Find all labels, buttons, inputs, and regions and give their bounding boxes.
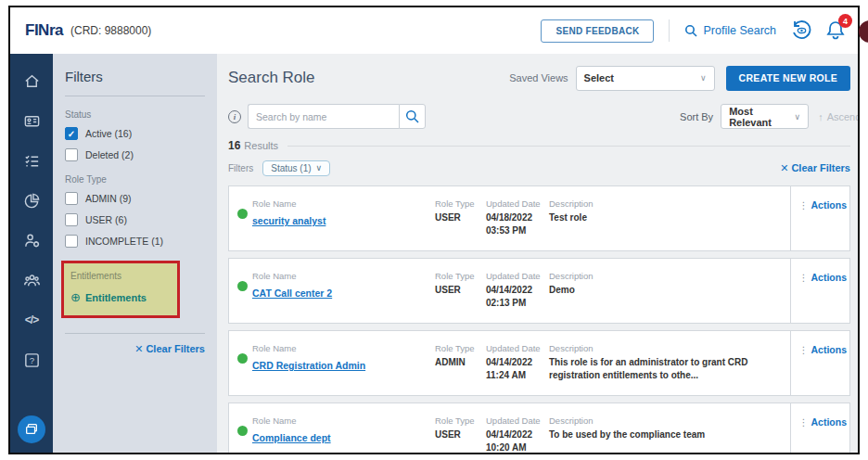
entitlements-add-link[interactable]: ⊕ Entitlements bbox=[70, 290, 172, 304]
role-type-value: USER bbox=[435, 428, 487, 441]
role-result-card: Role Name Compliance dept Role Type USER… bbox=[228, 402, 850, 453]
role-name-column-label: Role Name bbox=[252, 415, 428, 426]
checkbox-active[interactable] bbox=[65, 127, 78, 140]
divider bbox=[65, 333, 205, 334]
filter-option-admin[interactable]: ADMIN (9) bbox=[65, 192, 205, 205]
profile-search-label: Profile Search bbox=[703, 24, 776, 37]
create-new-role-button[interactable]: CREATE NEW ROLE bbox=[726, 66, 850, 91]
pie-chart-icon[interactable] bbox=[18, 186, 45, 214]
history-view-icon[interactable] bbox=[791, 20, 811, 41]
results-clear-filters-link[interactable]: ✕Clear Filters bbox=[780, 162, 850, 174]
saved-views-select[interactable]: Select ∨ bbox=[576, 66, 715, 91]
entitlements-highlight-annotation: Entitlements ⊕ Entitlements bbox=[61, 261, 180, 318]
crd-number: (CRD: 9888000) bbox=[70, 24, 151, 37]
svg-text:?: ? bbox=[29, 355, 33, 365]
filters-title: Filters bbox=[65, 69, 205, 96]
description-column-label: Description bbox=[549, 271, 788, 281]
search-icon bbox=[405, 109, 419, 123]
active-status-dot bbox=[237, 209, 248, 219]
actions-button[interactable]: ⋮Actions bbox=[790, 331, 849, 395]
kebab-menu-icon: ⋮ bbox=[798, 344, 809, 355]
user-group-icon[interactable] bbox=[18, 266, 45, 294]
search-icon bbox=[684, 24, 697, 37]
results-count: 16 bbox=[228, 139, 240, 152]
checkbox-admin[interactable] bbox=[65, 192, 78, 205]
filter-option-user[interactable]: USER (6) bbox=[65, 213, 205, 226]
saved-views-label: Saved Views bbox=[509, 72, 568, 83]
notifications-bell-icon[interactable]: 4 bbox=[826, 20, 845, 41]
updated-time-value: 02:13 PM bbox=[486, 297, 547, 310]
plus-circle-icon: ⊕ bbox=[70, 290, 81, 304]
role-type-value: ADMIN bbox=[435, 356, 487, 369]
app-switcher-button[interactable] bbox=[18, 415, 45, 443]
updated-date-value: 04/14/2022 bbox=[486, 428, 547, 441]
active-status-dot bbox=[237, 353, 248, 364]
filter-option-active[interactable]: Active (16) bbox=[65, 127, 205, 140]
nav-rail: </> ? bbox=[10, 54, 53, 453]
search-input[interactable] bbox=[248, 104, 399, 129]
checkbox-user[interactable] bbox=[65, 213, 78, 226]
top-bar: FINra (CRD: 9888000) SEND FEEDBACK Profi… bbox=[10, 7, 858, 54]
description-value: Demo bbox=[549, 284, 788, 297]
description-column-label: Description bbox=[549, 415, 788, 426]
search-button[interactable] bbox=[399, 104, 426, 129]
user-avatar[interactable] bbox=[859, 20, 868, 43]
role-result-card: Role Name security analyst Role Type USE… bbox=[228, 185, 850, 251]
send-feedback-button[interactable]: SEND FEEDBACK bbox=[541, 19, 654, 43]
sort-by-select[interactable]: Most Relevant ∨ bbox=[721, 104, 809, 129]
role-result-card: Role Name CRD Registration Admin Role Ty… bbox=[228, 330, 850, 396]
role-name-column-label: Role Name bbox=[252, 271, 428, 281]
kebab-menu-icon: ⋮ bbox=[798, 199, 809, 211]
updated-time-value: 11:24 AM bbox=[486, 369, 547, 382]
clear-x-icon: ✕ bbox=[134, 343, 143, 354]
status-filter-chip[interactable]: Status (1) ∨ bbox=[262, 160, 330, 176]
notification-badge: 4 bbox=[838, 14, 852, 28]
role-name-link[interactable]: security analyst bbox=[252, 215, 326, 226]
description-value: This role is for an administrator to gra… bbox=[549, 356, 788, 381]
updated-date-column-label: Updated Date bbox=[486, 198, 547, 209]
filter-option-deleted[interactable]: Deleted (2) bbox=[65, 148, 205, 161]
updated-date-column-label: Updated Date bbox=[486, 343, 547, 353]
role-name-link[interactable]: CAT Call center 2 bbox=[252, 288, 332, 299]
main-area: Search Role Saved Views Select ∨ CREATE … bbox=[217, 54, 858, 453]
home-icon[interactable] bbox=[18, 67, 45, 95]
help-icon[interactable]: ? bbox=[18, 346, 45, 374]
updated-date-column-label: Updated Date bbox=[486, 271, 547, 281]
clear-x-icon: ✕ bbox=[780, 162, 788, 173]
description-value: To be used by the compliance team bbox=[549, 428, 788, 441]
kebab-menu-icon: ⋮ bbox=[798, 272, 809, 283]
updated-date-value: 04/18/2022 bbox=[486, 211, 547, 224]
role-name-link[interactable]: CRD Registration Admin bbox=[252, 360, 365, 371]
applied-filters-label: Filters bbox=[228, 163, 253, 173]
checkbox-incomplete[interactable] bbox=[65, 235, 78, 248]
updated-date-value: 04/14/2022 bbox=[486, 284, 547, 297]
updated-time-value: 03:53 PM bbox=[486, 224, 547, 237]
updated-date-column-label: Updated Date bbox=[486, 415, 547, 426]
panel-clear-filters-link[interactable]: ✕Clear Filters bbox=[65, 343, 205, 355]
finra-logo: FINra bbox=[25, 21, 63, 40]
actions-button[interactable]: ⋮Actions bbox=[790, 259, 849, 323]
description-value: Test role bbox=[549, 211, 788, 224]
actions-button[interactable]: ⋮Actions bbox=[790, 403, 849, 453]
checklist-icon[interactable] bbox=[18, 147, 45, 174]
profile-search-link[interactable]: Profile Search bbox=[684, 24, 776, 37]
description-column-label: Description bbox=[549, 198, 788, 209]
checkbox-deleted[interactable] bbox=[65, 148, 78, 161]
id-card-icon[interactable] bbox=[18, 107, 45, 134]
ascending-toggle[interactable]: ↑ Ascending bbox=[818, 111, 858, 122]
code-icon[interactable]: </> bbox=[18, 306, 45, 334]
role-type-column-label: Role Type bbox=[435, 271, 487, 281]
role-result-card: Role Name CAT Call center 2 Role Type US… bbox=[228, 258, 850, 324]
role-name-link[interactable]: Compliance dept bbox=[252, 432, 331, 443]
app-window: FINra (CRD: 9888000) SEND FEEDBACK Profi… bbox=[8, 6, 860, 454]
user-settings-icon[interactable] bbox=[18, 226, 45, 254]
divider bbox=[669, 19, 670, 42]
results-word: Results bbox=[244, 140, 278, 151]
filters-panel: Filters Status Active (16) Deleted (2) R… bbox=[53, 54, 217, 453]
info-icon: i bbox=[228, 110, 241, 123]
page-title: Search Role bbox=[228, 69, 509, 87]
updated-date-value: 04/14/2022 bbox=[486, 356, 547, 369]
filter-option-incomplete[interactable]: INCOMPLETE (1) bbox=[65, 235, 205, 248]
role-type-column-label: Role Type bbox=[435, 343, 487, 353]
actions-button[interactable]: ⋮Actions bbox=[790, 186, 849, 250]
